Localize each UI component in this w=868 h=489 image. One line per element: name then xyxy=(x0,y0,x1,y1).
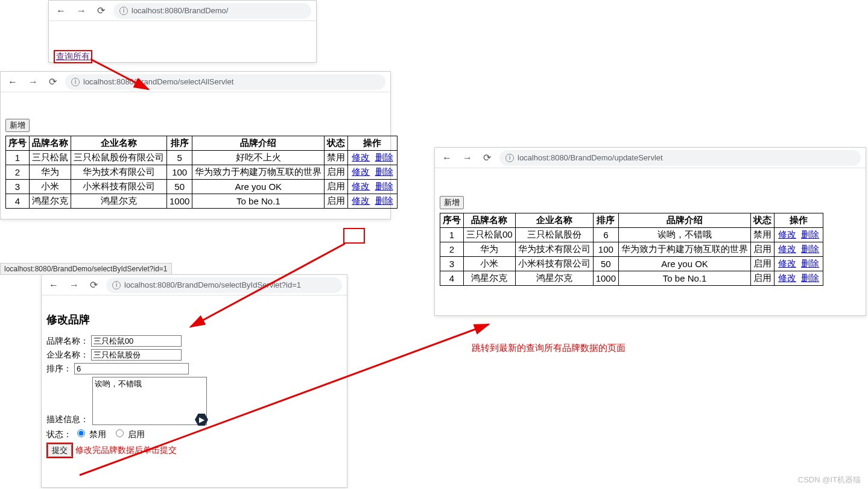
cell-op: 修改 删除 xyxy=(775,242,823,257)
edit-link[interactable]: 修改 xyxy=(352,166,370,177)
col-company: 企业名称 xyxy=(71,136,167,151)
radio-off[interactable] xyxy=(77,429,85,437)
forward-icon[interactable]: → xyxy=(460,151,475,165)
radio-off-wrap[interactable]: 禁用 xyxy=(74,429,106,439)
cell-name: 华为 xyxy=(464,242,516,257)
info-icon: i xyxy=(119,7,128,15)
cell-company: 三只松鼠股份有限公司 xyxy=(71,151,167,165)
cell-op: 修改 删除 xyxy=(775,271,823,286)
cell-company: 华为技术有限公司 xyxy=(71,165,167,180)
edit-link[interactable]: 修改 xyxy=(352,152,370,162)
cell-status: 禁用 xyxy=(325,151,348,165)
row-company: 企业名称： xyxy=(46,349,342,361)
jump-annotation: 跳转到最新的查询所有品牌数据的页面 xyxy=(472,342,626,354)
delete-link[interactable]: 删除 xyxy=(375,195,393,206)
cell-id: 3 xyxy=(6,180,30,194)
input-company[interactable] xyxy=(91,349,182,361)
cell-status: 启用 xyxy=(751,257,775,271)
cell-name: 鸿星尔克 xyxy=(464,271,516,286)
radio-off-label: 禁用 xyxy=(89,429,106,439)
delete-link[interactable]: 删除 xyxy=(801,229,819,239)
cell-status: 启用 xyxy=(751,242,775,257)
url-text: localhost:8080/BrandDemo/updateServlet xyxy=(518,153,663,162)
back-icon[interactable]: ← xyxy=(54,4,68,17)
cell-desc: Are you OK xyxy=(192,180,325,194)
edit-link[interactable]: 修改 xyxy=(352,195,370,206)
forward-icon[interactable]: → xyxy=(74,4,89,17)
cell-order: 1000 xyxy=(593,271,618,286)
query-all-link[interactable]: 查询所有 xyxy=(56,51,90,61)
row-submit: 提交 修改完品牌数据后单击提交 xyxy=(46,443,342,458)
delete-link[interactable]: 删除 xyxy=(375,166,393,177)
url-bar[interactable]: i localhost:8080/BrandDemo/ xyxy=(113,3,311,19)
row-status: 状态： 禁用 启用 xyxy=(46,427,342,440)
cell-company: 鸿星尔克 xyxy=(515,271,593,286)
col-company: 企业名称 xyxy=(515,213,593,228)
url-bar[interactable]: i localhost:8080/BrandDemo/selectAllServ… xyxy=(65,74,385,90)
edit-link[interactable]: 修改 xyxy=(778,244,796,254)
add-button[interactable]: 新增 xyxy=(440,196,464,209)
cell-status: 启用 xyxy=(325,194,348,209)
back-icon[interactable]: ← xyxy=(46,279,61,292)
reload-icon[interactable]: ⟳ xyxy=(46,75,59,89)
cell-op: 修改 删除 xyxy=(775,257,823,271)
status-bar-tooltip: localhost:8080/BrandDemo/selectByIdServl… xyxy=(0,263,172,275)
edit-link[interactable]: 修改 xyxy=(778,273,796,283)
cell-desc: 华为致力于构建万物互联的世界 xyxy=(619,242,751,257)
url-bar[interactable]: i localhost:8080/BrandDemo/selectByIdSer… xyxy=(106,277,342,293)
edit-link[interactable]: 修改 xyxy=(352,181,370,191)
table-row: 2华为华为技术有限公司100华为致力于构建万物互联的世界启用修改 删除 xyxy=(440,242,823,257)
input-brand-name[interactable] xyxy=(91,335,182,347)
reload-icon[interactable]: ⟳ xyxy=(87,278,100,292)
delete-link[interactable]: 删除 xyxy=(375,181,393,191)
reload-icon[interactable]: ⟳ xyxy=(481,151,493,165)
cell-op: 修改 删除 xyxy=(775,228,823,242)
cell-company: 三只松鼠股份 xyxy=(515,228,593,242)
radio-on-wrap[interactable]: 启用 xyxy=(113,429,145,439)
edit-link[interactable]: 修改 xyxy=(778,258,796,268)
delete-link[interactable]: 删除 xyxy=(375,152,393,162)
row-order: 排序： xyxy=(46,363,342,374)
delete-link[interactable]: 删除 xyxy=(801,273,819,283)
browser-window-4: ← → ⟳ i localhost:8080/BrandDemo/updateS… xyxy=(434,147,866,316)
label-company: 企业名称： xyxy=(46,350,89,361)
table-row: 1三只松鼠三只松鼠股份有限公司5好吃不上火禁用修改 删除 xyxy=(6,151,398,165)
back-icon[interactable]: ← xyxy=(440,151,454,165)
cell-desc: 好吃不上火 xyxy=(192,151,325,165)
table-header-row: 序号 品牌名称 企业名称 排序 品牌介绍 状态 操作 xyxy=(6,136,398,151)
back-icon[interactable]: ← xyxy=(5,75,20,89)
input-order[interactable] xyxy=(74,363,189,374)
textarea-desc[interactable] xyxy=(92,377,207,425)
submit-button[interactable]: 提交 xyxy=(48,444,72,457)
forward-icon[interactable]: → xyxy=(26,75,40,89)
label-status: 状态： xyxy=(46,429,72,440)
cell-name: 三只松鼠00 xyxy=(464,228,516,242)
url-text: localhost:8080/BrandDemo/selectByIdServl… xyxy=(124,280,301,289)
brand-table-a: 序号 品牌名称 企业名称 排序 品牌介绍 状态 操作 1三只松鼠三只松鼠股份有限… xyxy=(5,136,398,209)
add-button[interactable]: 新增 xyxy=(5,119,30,132)
query-all-highlight: 查询所有 xyxy=(54,50,92,63)
row-name: 品牌名称： xyxy=(46,335,342,347)
label-name: 品牌名称： xyxy=(46,336,89,347)
table-row: 1三只松鼠00三只松鼠股份6诶哟，不错哦禁用修改 删除 xyxy=(440,228,823,242)
label-desc: 描述信息： xyxy=(46,414,89,425)
delete-link[interactable]: 删除 xyxy=(801,258,819,268)
cell-company: 鸿星尔克 xyxy=(71,194,167,209)
table-row: 4鸿星尔克鸿星尔克1000To be No.1启用修改 删除 xyxy=(6,194,398,209)
form-title: 修改品牌 xyxy=(46,312,342,327)
cell-status: 启用 xyxy=(325,180,348,194)
url-bar[interactable]: i localhost:8080/BrandDemo/updateServlet xyxy=(499,150,861,166)
cell-op: 修改 删除 xyxy=(348,180,397,194)
radio-on[interactable] xyxy=(116,429,124,437)
edit-link[interactable]: 修改 xyxy=(778,229,796,239)
delete-link[interactable]: 删除 xyxy=(801,244,819,254)
cell-status: 禁用 xyxy=(751,228,775,242)
forward-icon[interactable]: → xyxy=(67,279,81,292)
cell-company: 小米科技有限公司 xyxy=(71,180,167,194)
radio-on-label: 启用 xyxy=(128,429,145,439)
cell-order: 100 xyxy=(167,165,192,180)
nav-bar: ← → ⟳ i localhost:8080/BrandDemo/updateS… xyxy=(435,148,866,168)
reload-icon[interactable]: ⟳ xyxy=(95,4,107,17)
cell-desc: Are you OK xyxy=(619,257,751,271)
cell-status: 启用 xyxy=(751,271,775,286)
